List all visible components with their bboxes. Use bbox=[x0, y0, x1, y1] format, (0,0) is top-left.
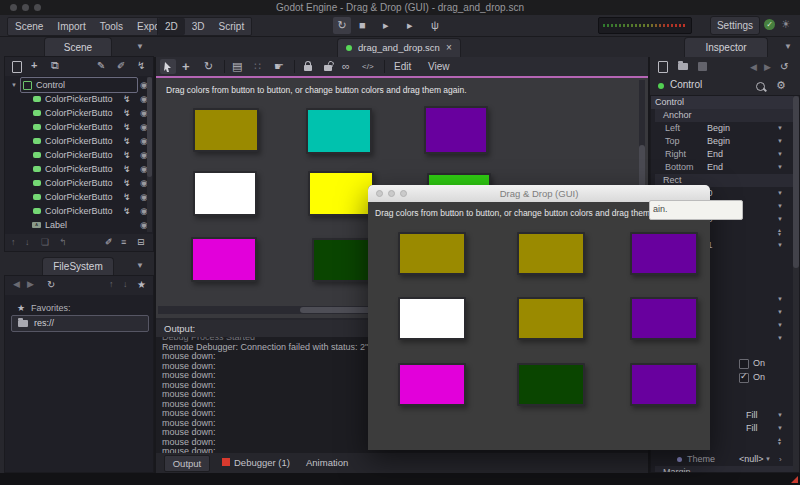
history-forward-icon[interactable]: ▶ bbox=[27, 276, 34, 293]
color-button[interactable] bbox=[306, 108, 372, 154]
expand-resource-icon[interactable]: › bbox=[779, 453, 782, 466]
property-value[interactable]: Fill bbox=[746, 422, 758, 435]
property-value[interactable]: <null> bbox=[739, 453, 764, 466]
tab-inspector-dock[interactable]: Inspector bbox=[684, 37, 768, 57]
tree-row-label[interactable]: ALabel◉ bbox=[5, 218, 153, 232]
dropdown-arrow-icon[interactable]: ▼ bbox=[777, 319, 783, 332]
tree-row[interactable]: ColorPickerButto↯◉ bbox=[5, 120, 153, 134]
game-color-button[interactable] bbox=[398, 363, 466, 406]
play-custom-scene-icon[interactable]: ▸ bbox=[407, 17, 413, 34]
game-color-button[interactable] bbox=[398, 297, 466, 340]
unlock-icon[interactable] bbox=[324, 65, 332, 71]
menu-tools[interactable]: Tools bbox=[93, 18, 130, 35]
favorite-star-icon[interactable]: ★ bbox=[137, 276, 146, 293]
dropdown-arrow-icon[interactable]: ▼ bbox=[777, 135, 783, 148]
tab-filesystem-dock[interactable]: FileSystem bbox=[42, 257, 114, 276]
tree-row[interactable]: ColorPickerButto↯◉ bbox=[5, 162, 153, 176]
tree-row[interactable]: ColorPickerButto↯◉ bbox=[5, 106, 153, 120]
color-button[interactable] bbox=[193, 171, 257, 216]
script-attached-icon[interactable]: ↯ bbox=[123, 120, 131, 134]
stop-icon[interactable]: ■ bbox=[359, 17, 366, 34]
property-value[interactable]: Begin bbox=[707, 135, 730, 148]
inspector-scrollbar-thumb[interactable] bbox=[793, 96, 799, 268]
move-tool-icon[interactable]: + bbox=[182, 57, 190, 76]
history-icon[interactable]: ↺ bbox=[780, 57, 788, 77]
color-button[interactable] bbox=[424, 106, 488, 154]
tree-row[interactable]: ColorPickerButto↯◉ bbox=[5, 190, 153, 204]
revert-dot-icon[interactable] bbox=[677, 457, 682, 462]
section-margin[interactable]: Margin bbox=[655, 466, 793, 473]
script-attached-icon[interactable]: ↯ bbox=[123, 134, 131, 148]
rotate-tool-icon[interactable]: ↻ bbox=[204, 57, 213, 76]
replay-icon[interactable]: ↻ bbox=[333, 17, 351, 34]
save-resource-icon[interactable] bbox=[698, 62, 707, 71]
property-value[interactable]: End bbox=[707, 161, 723, 174]
mode-script-button[interactable]: Script bbox=[212, 18, 252, 35]
game-color-button[interactable] bbox=[630, 297, 698, 340]
dropdown-arrow-icon[interactable]: ▼ bbox=[777, 422, 783, 435]
duplicate-icon[interactable]: ❏ bbox=[41, 234, 49, 251]
mode-2d-button[interactable]: 2D bbox=[158, 18, 185, 35]
dropdown-arrow-icon[interactable]: ▼ bbox=[777, 187, 783, 200]
dropdown-arrow-icon[interactable]: ▼ bbox=[765, 453, 771, 466]
delete-node-icon[interactable]: ⊟ bbox=[137, 234, 145, 251]
prev-object-icon[interactable]: ◀ bbox=[750, 57, 757, 77]
next-object-icon[interactable]: ▶ bbox=[764, 57, 771, 77]
settings-button[interactable]: Settings bbox=[710, 16, 760, 35]
dropdown-arrow-icon[interactable]: ▼ bbox=[777, 306, 783, 319]
scene-dock-dropdown-icon[interactable]: ▼ bbox=[136, 42, 144, 51]
dropdown-arrow-icon[interactable]: ▼ bbox=[777, 148, 783, 161]
expand-corner-icon[interactable] bbox=[791, 476, 798, 483]
tree-row[interactable]: ColorPickerButto↯◉ bbox=[5, 148, 153, 162]
dropdown-arrow-icon[interactable]: ▼ bbox=[777, 161, 783, 174]
tab-animation[interactable]: Animation bbox=[306, 455, 348, 471]
section-control[interactable]: Control bbox=[651, 96, 797, 109]
dropdown-arrow-icon[interactable]: ▼ bbox=[777, 200, 783, 213]
script-attached-icon[interactable]: ↯ bbox=[123, 162, 131, 176]
property-value[interactable]: End bbox=[707, 148, 723, 161]
section-anchor[interactable]: Anchor bbox=[655, 109, 793, 122]
script-attached-icon[interactable]: ↯ bbox=[123, 148, 131, 162]
game-color-button[interactable] bbox=[517, 363, 585, 406]
tree-row[interactable]: ColorPickerButto↯◉ bbox=[5, 204, 153, 218]
tab-scene-dock[interactable]: Scene bbox=[44, 37, 112, 57]
dropdown-arrow-icon[interactable]: ▼ bbox=[777, 122, 783, 135]
game-color-button[interactable] bbox=[630, 232, 698, 275]
collapse-arrow-icon[interactable]: ▼ bbox=[11, 78, 17, 92]
script-attached-icon[interactable]: ↯ bbox=[123, 106, 131, 120]
tab-scene-file[interactable]: drag_and_drop.scn × bbox=[337, 38, 461, 57]
script-attached-icon[interactable]: ↯ bbox=[123, 92, 131, 106]
group-icon[interactable]: ∞ bbox=[342, 57, 350, 76]
script-attached-icon[interactable]: ↯ bbox=[123, 190, 131, 204]
dropdown-arrow-icon[interactable]: ▼ bbox=[777, 239, 783, 252]
checkbox-checked-icon[interactable] bbox=[739, 373, 749, 383]
list-select-icon[interactable]: ▤ bbox=[232, 57, 242, 76]
new-node-icon[interactable] bbox=[12, 61, 22, 73]
color-button[interactable] bbox=[193, 108, 259, 152]
gear-icon[interactable]: ⚙ bbox=[776, 79, 786, 92]
sun-icon[interactable]: ☀ bbox=[781, 18, 791, 31]
color-button[interactable] bbox=[312, 238, 376, 282]
game-color-button[interactable] bbox=[398, 232, 466, 275]
property-value[interactable]: Fill bbox=[746, 409, 758, 422]
color-button[interactable] bbox=[191, 237, 257, 282]
game-color-button[interactable] bbox=[517, 232, 585, 275]
search-icon[interactable] bbox=[756, 82, 765, 91]
tree-row[interactable]: ColorPickerButto↯◉ bbox=[5, 176, 153, 190]
property-value[interactable]: Begin bbox=[707, 122, 730, 135]
load-resource-icon[interactable] bbox=[678, 63, 688, 70]
tab-debugger[interactable]: Debugger (1) bbox=[234, 455, 290, 471]
add-node-icon[interactable]: + bbox=[31, 57, 37, 74]
instance-scene-icon[interactable]: ⧉ bbox=[51, 57, 59, 74]
play-scene-icon[interactable]: ▸ bbox=[383, 17, 389, 34]
attach-script-icon[interactable]: ✎ bbox=[97, 57, 105, 74]
view-menu[interactable]: View bbox=[428, 57, 450, 76]
move-down-icon[interactable]: ↓ bbox=[25, 234, 30, 251]
tree-row-root[interactable]: ▼ Control ◉ bbox=[5, 78, 153, 92]
script-flash-icon[interactable]: ↯ bbox=[137, 57, 145, 74]
snap-icon[interactable]: ∷ bbox=[254, 57, 261, 76]
dropdown-arrow-icon[interactable]: ▼ bbox=[777, 409, 783, 422]
deploy-antenna-icon[interactable]: ψ bbox=[431, 17, 439, 34]
close-tab-icon[interactable]: × bbox=[446, 39, 452, 57]
lock-icon[interactable] bbox=[304, 65, 312, 71]
